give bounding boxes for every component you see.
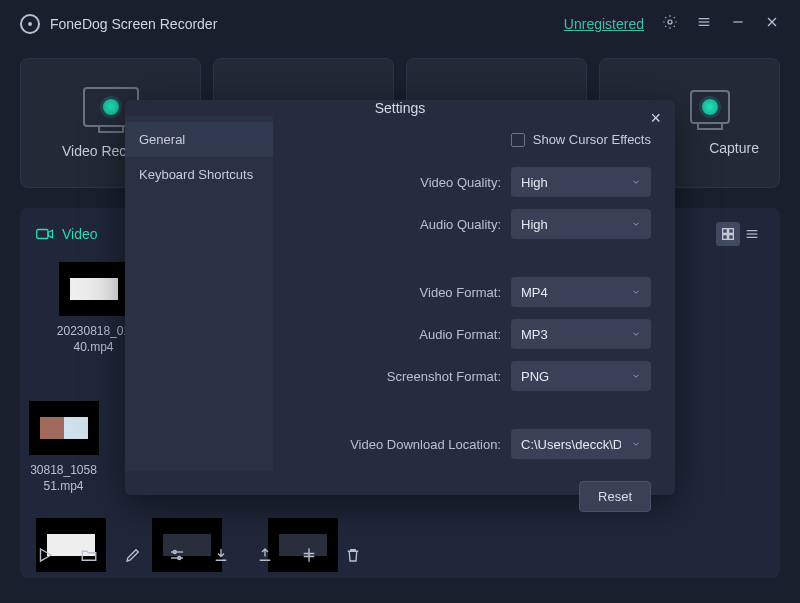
- folder-icon[interactable]: [80, 546, 98, 568]
- settings-content: Show Cursor Effects Video Quality: High …: [273, 116, 675, 471]
- list-item[interactable]: 30818_1058 51.mp4: [6, 401, 121, 494]
- video-icon: [36, 227, 54, 241]
- audio-format-select[interactable]: MP3: [511, 319, 651, 349]
- select-value: MP3: [521, 327, 548, 342]
- grid-view-button[interactable]: [716, 222, 740, 246]
- sidebar-item-general[interactable]: General: [125, 122, 273, 157]
- close-button[interactable]: [764, 14, 780, 34]
- show-cursor-label: Show Cursor Effects: [533, 132, 651, 147]
- chevron-down-icon: [631, 371, 641, 381]
- settings-dialog: Settings × General Keyboard Shortcuts Sh…: [125, 100, 675, 495]
- svg-rect-11: [729, 235, 734, 240]
- library-toolbar: [36, 546, 362, 568]
- chevron-down-icon: [631, 329, 641, 339]
- video-quality-label: Video Quality:: [287, 175, 501, 190]
- capture-icon: [690, 90, 730, 124]
- svg-rect-7: [37, 230, 48, 239]
- select-value: MP4: [521, 285, 548, 300]
- video-format-select[interactable]: MP4: [511, 277, 651, 307]
- menu-icon[interactable]: [696, 14, 712, 34]
- app-title: FoneDog Screen Recorder: [50, 16, 217, 32]
- svg-point-0: [668, 20, 672, 24]
- settings-sidebar: General Keyboard Shortcuts: [125, 116, 273, 471]
- dialog-title: Settings: [375, 100, 426, 116]
- download-location-select[interactable]: C:\Users\decck\Do: [511, 429, 651, 459]
- select-value: C:\Users\decck\Do: [521, 437, 621, 452]
- file-name: 30818_1058 51.mp4: [30, 463, 97, 494]
- play-icon[interactable]: [36, 546, 54, 568]
- convert-icon[interactable]: [300, 546, 318, 568]
- svg-rect-10: [723, 235, 728, 240]
- select-value: High: [521, 217, 548, 232]
- sidebar-item-shortcuts[interactable]: Keyboard Shortcuts: [125, 157, 273, 192]
- svg-rect-9: [729, 229, 734, 234]
- list-view-button[interactable]: [740, 222, 764, 246]
- svg-marker-15: [41, 549, 52, 561]
- settings-gear-icon[interactable]: [662, 14, 678, 34]
- app-logo-icon: [20, 14, 40, 34]
- chevron-down-icon: [631, 177, 641, 187]
- reset-button[interactable]: Reset: [579, 481, 651, 512]
- titlebar: FoneDog Screen Recorder Unregistered: [0, 0, 800, 48]
- chevron-down-icon: [631, 439, 641, 449]
- sliders-icon[interactable]: [168, 546, 186, 568]
- file-name: 20230818_01 40.mp4: [57, 324, 130, 355]
- chevron-down-icon: [631, 287, 641, 297]
- download-icon[interactable]: [212, 546, 230, 568]
- select-value: PNG: [521, 369, 549, 384]
- screenshot-format-select[interactable]: PNG: [511, 361, 651, 391]
- dialog-header: Settings ×: [125, 100, 675, 116]
- share-icon[interactable]: [256, 546, 274, 568]
- screenshot-format-label: Screenshot Format:: [287, 369, 501, 384]
- chevron-down-icon: [631, 219, 641, 229]
- audio-format-label: Audio Format:: [287, 327, 501, 342]
- tab-video[interactable]: Video: [36, 226, 98, 242]
- unregistered-link[interactable]: Unregistered: [564, 16, 644, 32]
- card-label: Capture: [709, 140, 759, 156]
- minimize-button[interactable]: [730, 14, 746, 34]
- video-quality-select[interactable]: High: [511, 167, 651, 197]
- download-location-label: Video Download Location:: [287, 437, 501, 452]
- select-value: High: [521, 175, 548, 190]
- video-format-label: Video Format:: [287, 285, 501, 300]
- audio-quality-select[interactable]: High: [511, 209, 651, 239]
- edit-icon[interactable]: [124, 546, 142, 568]
- trash-icon[interactable]: [344, 546, 362, 568]
- show-cursor-checkbox[interactable]: [511, 133, 525, 147]
- svg-rect-8: [723, 229, 728, 234]
- close-icon[interactable]: ×: [650, 108, 661, 129]
- audio-quality-label: Audio Quality:: [287, 217, 501, 232]
- tab-label: Video: [62, 226, 98, 242]
